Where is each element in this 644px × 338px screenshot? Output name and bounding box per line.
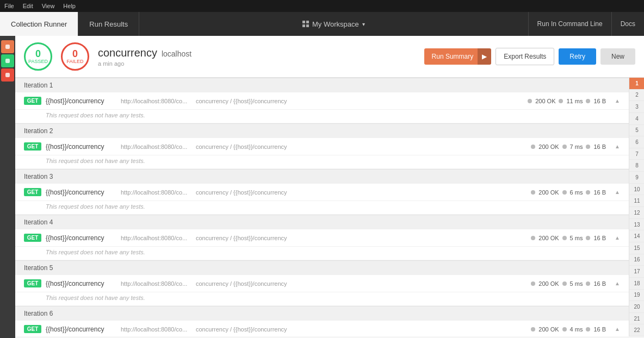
- menu-edit[interactable]: Edit: [23, 3, 33, 9]
- header-actions: Run Summary ▶ Export Results Retry New: [424, 48, 635, 65]
- method-badge: GET: [24, 97, 41, 105]
- time-text: 5 ms: [570, 280, 583, 287]
- request-stats: 200 OK 4 ms 16 B: [531, 326, 606, 333]
- tab-run-results[interactable]: Run Results: [78, 12, 139, 36]
- run-summary-button[interactable]: Run Summary ▶: [424, 48, 492, 65]
- page-num-7[interactable]: 7: [629, 148, 644, 160]
- method-badge: GET: [24, 142, 41, 151]
- run-in-command-line-button[interactable]: Run In Command Line: [528, 12, 611, 36]
- page-num-5[interactable]: 5: [629, 125, 644, 137]
- request-url: http://localhost:8080/co...: [121, 235, 191, 241]
- request-row[interactable]: GET {{host}}/concurrency http://localhos…: [15, 321, 629, 336]
- page-num-12[interactable]: 12: [629, 207, 644, 219]
- export-results-button[interactable]: Export Results: [496, 48, 554, 65]
- page-num-19[interactable]: 19: [629, 290, 644, 302]
- size-text: 16 B: [593, 280, 606, 287]
- passed-label: PASSED: [28, 59, 48, 64]
- failed-count: 0: [72, 49, 78, 59]
- request-row[interactable]: GET {{host}}/concurrency http://localhos…: [15, 229, 629, 247]
- status-text: 200 OK: [538, 280, 559, 287]
- status-dot: [528, 99, 532, 103]
- page-num-3[interactable]: 3: [629, 101, 644, 113]
- page-num-8[interactable]: 8: [629, 160, 644, 172]
- chevron-up-icon[interactable]: ▲: [615, 280, 620, 286]
- page-num-20[interactable]: 20: [629, 301, 644, 313]
- status-text: 200 OK: [535, 98, 555, 104]
- page-num-22[interactable]: 22: [629, 324, 644, 336]
- page-num-2[interactable]: 2: [629, 90, 644, 102]
- iteration-header-6: Iteration 6: [15, 306, 629, 321]
- page-num-9[interactable]: 9: [629, 172, 644, 184]
- sidebar-icon-orange[interactable]: [1, 40, 14, 53]
- menu-help[interactable]: Help: [63, 3, 76, 9]
- time-dot: [559, 99, 563, 103]
- request-row[interactable]: GET {{host}}/concurrency http://localhos…: [15, 138, 629, 155]
- no-tests-message: This request does not have any tests.: [15, 292, 629, 306]
- iteration-header-1: Iteration 1: [15, 78, 629, 92]
- host-label: localhost: [162, 49, 191, 58]
- page-num-13[interactable]: 13: [629, 219, 644, 231]
- failed-badge: 0 FAILED: [61, 42, 89, 71]
- header-area: 0 PASSED 0 FAILED concurrencylocalhost a…: [15, 36, 644, 78]
- request-name: {{host}}/concurrency: [46, 234, 116, 242]
- menu-view[interactable]: View: [42, 3, 55, 9]
- page-num-1[interactable]: 1: [629, 78, 644, 90]
- workspace-selector[interactable]: My Workspace ▾: [139, 20, 528, 28]
- request-row[interactable]: GET {{host}}/concurrency http://localhos…: [15, 92, 629, 110]
- request-path: concurrency / {{host}}/concurrency: [196, 98, 523, 104]
- chevron-up-icon[interactable]: ▲: [615, 98, 620, 104]
- time-text: 5 ms: [570, 235, 583, 241]
- retry-button[interactable]: Retry: [559, 48, 596, 65]
- pagination-sidebar: 12345678910111213141516171819202122: [629, 78, 644, 336]
- size-dot: [586, 327, 590, 331]
- request-row[interactable]: GET {{host}}/concurrency http://localhos…: [15, 275, 629, 292]
- page-num-21[interactable]: 21: [629, 313, 644, 325]
- page-num-6[interactable]: 6: [629, 136, 644, 148]
- no-tests-message: This request does not have any tests.: [15, 247, 629, 260]
- tab-collection-runner[interactable]: Collection Runner: [0, 12, 78, 36]
- page-num-17[interactable]: 17: [629, 266, 644, 278]
- chevron-up-icon[interactable]: ▲: [615, 143, 620, 149]
- method-badge: GET: [24, 188, 41, 196]
- time-label: a min ago: [98, 60, 416, 67]
- request-name: {{host}}/concurrency: [46, 326, 116, 333]
- new-button[interactable]: New: [600, 48, 635, 65]
- sidebar-icon-green[interactable]: [1, 54, 14, 67]
- request-name: {{host}}/concurrency: [46, 143, 116, 151]
- request-row[interactable]: GET {{host}}/concurrency http://localhos…: [15, 184, 629, 201]
- workspace-dropdown-arrow: ▾: [362, 21, 365, 27]
- request-url: http://localhost:8080/co...: [121, 326, 191, 333]
- page-num-4[interactable]: 4: [629, 113, 644, 125]
- page-num-10[interactable]: 10: [629, 184, 644, 196]
- time-dot: [562, 327, 567, 331]
- top-nav: Collection Runner Run Results My Workspa…: [0, 12, 644, 36]
- page-num-15[interactable]: 15: [629, 242, 644, 254]
- request-name: {{host}}/concurrency: [46, 280, 116, 287]
- chevron-up-icon[interactable]: ▲: [615, 326, 620, 332]
- page-num-16[interactable]: 16: [629, 254, 644, 266]
- time-text: 11 ms: [566, 98, 583, 104]
- size-dot: [586, 145, 590, 149]
- status-dot: [531, 281, 535, 286]
- status-text: 200 OK: [538, 189, 559, 196]
- chevron-up-icon[interactable]: ▲: [615, 235, 620, 241]
- results-area: Iteration 1 GET {{host}}/concurrency htt…: [15, 78, 644, 336]
- request-url: http://localhost:8080/co...: [121, 280, 191, 287]
- docs-button[interactable]: Docs: [611, 12, 644, 36]
- menu-file[interactable]: File: [4, 3, 14, 9]
- passed-count: 0: [35, 49, 41, 59]
- page-num-18[interactable]: 18: [629, 278, 644, 290]
- run-summary-arrow[interactable]: ▶: [478, 48, 491, 65]
- no-tests-message: This request does not have any tests.: [15, 155, 629, 169]
- request-path: concurrency / {{host}}/concurrency: [196, 189, 527, 196]
- page-num-11[interactable]: 11: [629, 195, 644, 207]
- status-dot: [531, 145, 535, 149]
- request-stats: 200 OK 11 ms 16 B: [528, 98, 606, 104]
- no-tests-message: This request does not have any tests.: [15, 201, 629, 215]
- chevron-up-icon[interactable]: ▲: [615, 189, 620, 195]
- request-name: {{host}}/concurrency: [46, 189, 116, 196]
- page-num-14[interactable]: 14: [629, 230, 644, 242]
- sidebar-icon-red[interactable]: [1, 68, 14, 82]
- sidebar-icon-dot: [5, 45, 10, 49]
- results-list[interactable]: Iteration 1 GET {{host}}/concurrency htt…: [15, 78, 629, 336]
